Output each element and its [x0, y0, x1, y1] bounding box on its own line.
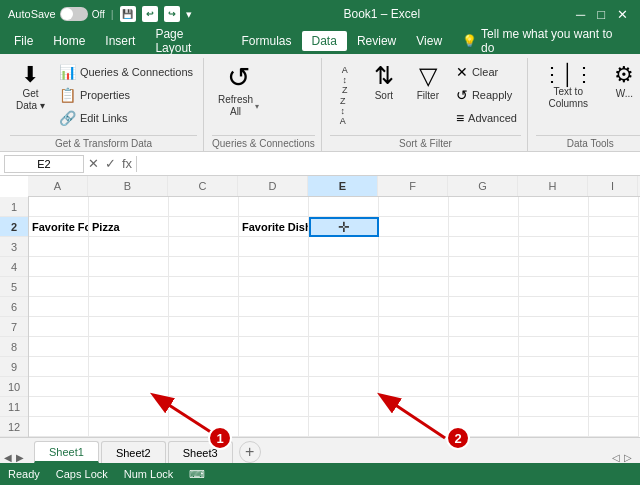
cell-f6[interactable] [379, 297, 449, 317]
cell-g5[interactable] [449, 277, 519, 297]
cell-c4[interactable] [169, 257, 239, 277]
cell-b1[interactable] [89, 197, 169, 217]
advanced-button[interactable]: ≡ Advanced [452, 108, 521, 128]
formula-function-icon[interactable]: fx [122, 156, 132, 171]
cell-b6[interactable] [89, 297, 169, 317]
undo-icon[interactable]: ↩ [142, 6, 158, 22]
cell-d12[interactable] [239, 417, 309, 437]
cell-c3[interactable] [169, 237, 239, 257]
cell-a11[interactable] [29, 397, 89, 417]
cell-d6[interactable] [239, 297, 309, 317]
cell-e11[interactable] [309, 397, 379, 417]
cell-c5[interactable] [169, 277, 239, 297]
cell-g12[interactable] [449, 417, 519, 437]
cell-i6[interactable] [589, 297, 639, 317]
text-to-columns-button[interactable]: ⋮│⋮ Text toColumns [536, 60, 601, 130]
menu-formulas[interactable]: Formulas [232, 31, 302, 51]
menu-home[interactable]: Home [43, 31, 95, 51]
refresh-all-button[interactable]: ↺ RefreshAll ▾ [212, 60, 265, 130]
cell-i11[interactable] [589, 397, 639, 417]
cell-e12[interactable] [309, 417, 379, 437]
cell-g10[interactable] [449, 377, 519, 397]
menu-page-layout[interactable]: Page Layout [145, 24, 231, 58]
cell-b3[interactable] [89, 237, 169, 257]
cell-i8[interactable] [589, 337, 639, 357]
get-data-button[interactable]: ⬇ GetData ▾ [10, 60, 51, 130]
cell-c7[interactable] [169, 317, 239, 337]
cell-d7[interactable] [239, 317, 309, 337]
formula-cancel-icon[interactable]: ✕ [88, 156, 99, 171]
cell-c2[interactable] [169, 217, 239, 237]
cell-c9[interactable] [169, 357, 239, 377]
row-num-3[interactable]: 3 [0, 237, 28, 257]
cell-f9[interactable] [379, 357, 449, 377]
row-num-10[interactable]: 10 [0, 377, 28, 397]
cell-c11[interactable] [169, 397, 239, 417]
cell-b9[interactable] [89, 357, 169, 377]
cell-a8[interactable] [29, 337, 89, 357]
cell-i3[interactable] [589, 237, 639, 257]
cell-h1[interactable] [519, 197, 589, 217]
cell-i2[interactable] [589, 217, 639, 237]
properties-button[interactable]: 📋 Properties [55, 85, 197, 105]
add-sheet-button[interactable]: + [239, 441, 261, 463]
cell-a10[interactable] [29, 377, 89, 397]
cell-a5[interactable] [29, 277, 89, 297]
cell-d11[interactable] [239, 397, 309, 417]
cell-a7[interactable] [29, 317, 89, 337]
row-num-4[interactable]: 4 [0, 257, 28, 277]
cell-c10[interactable] [169, 377, 239, 397]
cell-e6[interactable] [309, 297, 379, 317]
col-header-b[interactable]: B [88, 176, 168, 196]
sort-button[interactable]: ⇅ Sort [364, 60, 404, 130]
row-num-12[interactable]: 12 [0, 417, 28, 437]
sort-az-button[interactable]: A ↕ Z Z ↕ A [330, 60, 360, 130]
scroll-right-icon[interactable]: ▷ [624, 452, 632, 463]
cell-f1[interactable] [379, 197, 449, 217]
menu-insert[interactable]: Insert [95, 31, 145, 51]
queries-connections-button[interactable]: 📊 Queries & Connections [55, 62, 197, 82]
cell-i12[interactable] [589, 417, 639, 437]
col-header-e[interactable]: E [308, 176, 378, 196]
cell-g8[interactable] [449, 337, 519, 357]
col-header-d[interactable]: D [238, 176, 308, 196]
cell-b11[interactable] [89, 397, 169, 417]
row-num-8[interactable]: 8 [0, 337, 28, 357]
cell-f8[interactable] [379, 337, 449, 357]
cell-b4[interactable] [89, 257, 169, 277]
filter-button[interactable]: ▽ Filter [408, 60, 448, 130]
cell-d4[interactable] [239, 257, 309, 277]
minimize-button[interactable]: ─ [572, 7, 589, 22]
tab-sheet2[interactable]: Sheet2 [101, 441, 166, 463]
cell-d2[interactable]: Favorite Dish [239, 217, 309, 237]
cell-b8[interactable] [89, 337, 169, 357]
cell-h9[interactable] [519, 357, 589, 377]
cell-g11[interactable] [449, 397, 519, 417]
cell-b2[interactable]: Pizza [89, 217, 169, 237]
cell-a1[interactable] [29, 197, 89, 217]
cell-f5[interactable] [379, 277, 449, 297]
cell-d9[interactable] [239, 357, 309, 377]
cell-i10[interactable] [589, 377, 639, 397]
edit-links-button[interactable]: 🔗 Edit Links [55, 108, 197, 128]
col-header-h[interactable]: H [518, 176, 588, 196]
cell-a3[interactable] [29, 237, 89, 257]
clear-button[interactable]: ✕ Clear [452, 62, 521, 82]
cell-c12[interactable] [169, 417, 239, 437]
formula-input[interactable] [141, 158, 636, 170]
cell-a12[interactable] [29, 417, 89, 437]
cell-e2[interactable]: ✛ [309, 217, 379, 237]
cell-c8[interactable] [169, 337, 239, 357]
cell-h4[interactable] [519, 257, 589, 277]
col-header-g[interactable]: G [448, 176, 518, 196]
cell-i9[interactable] [589, 357, 639, 377]
menu-view[interactable]: View [406, 31, 452, 51]
row-num-11[interactable]: 11 [0, 397, 28, 417]
cell-f7[interactable] [379, 317, 449, 337]
redo-icon[interactable]: ↪ [164, 6, 180, 22]
autosave-toggle[interactable] [60, 7, 88, 21]
col-header-c[interactable]: C [168, 176, 238, 196]
col-header-i[interactable]: I [588, 176, 638, 196]
col-header-a[interactable]: A [28, 176, 88, 196]
cell-i4[interactable] [589, 257, 639, 277]
